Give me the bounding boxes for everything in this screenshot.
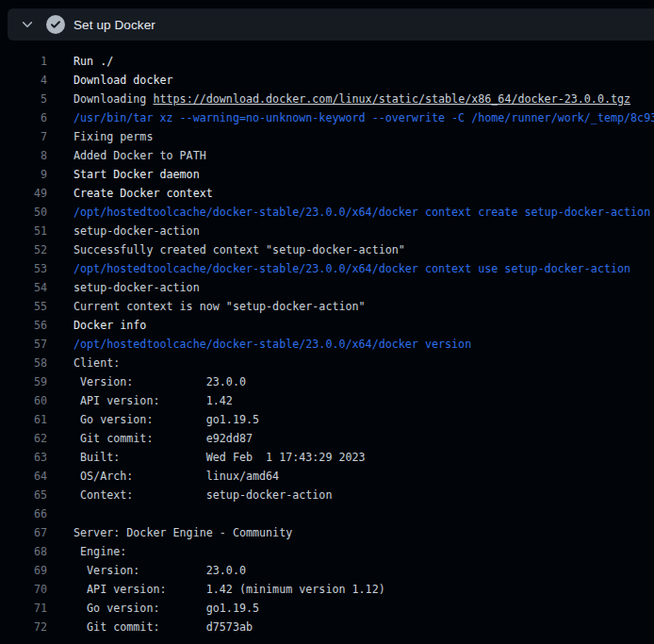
line-number[interactable]: 49 (0, 184, 47, 203)
line-number[interactable]: 6 (0, 108, 47, 127)
log-line: 54setup-docker-action (0, 278, 654, 297)
line-number[interactable]: 5 (0, 90, 47, 108)
line-number[interactable]: 52 (0, 240, 47, 259)
log-group-header[interactable]: 49▼Create Docker context (0, 184, 654, 203)
log-text: OS/Arch: linux/amd64 (74, 467, 654, 486)
log-group-header[interactable]: 4▼Download docker (0, 71, 654, 90)
line-number[interactable]: 54 (0, 278, 47, 297)
log-line: 8Added Docker to PATH (0, 146, 654, 165)
log-line: 51setup-docker-action (0, 222, 654, 240)
log-line: 52Successfully created context "setup-do… (0, 240, 654, 259)
log-line: 69 Version: 23.0.0 (0, 561, 654, 580)
log-line: 68 Engine: (0, 542, 654, 561)
log-line: 7Fixing perms (0, 127, 654, 146)
line-number[interactable]: 50 (0, 203, 47, 222)
line-number[interactable]: 69 (0, 561, 47, 580)
log-text: Context: setup-docker-action (74, 486, 654, 504)
line-number[interactable]: 70 (0, 580, 47, 599)
log-text: Current context is now "setup-docker-act… (74, 297, 654, 316)
command-text: /usr/bin/tar xz --warning=no-unknown-key… (74, 108, 654, 127)
log-line: 60 API version: 1.42 (0, 391, 654, 410)
line-number[interactable]: 7 (0, 127, 47, 146)
log-line: 71 Go version: go1.19.5 (0, 599, 654, 618)
log-line: 61 Go version: go1.19.5 (0, 410, 654, 429)
log-line: 66 (0, 504, 654, 523)
check-circle-icon (46, 15, 65, 34)
log-link[interactable]: https://download.docker.com/linux/static… (153, 92, 630, 106)
log-line: 6/usr/bin/tar xz --warning=no-unknown-ke… (0, 108, 654, 127)
log-text: Successfully created context "setup-dock… (74, 240, 654, 259)
chevron-down-icon[interactable] (16, 13, 39, 36)
log-line: 70 API version: 1.42 (minimum version 1.… (0, 580, 654, 599)
line-number[interactable]: 60 (0, 391, 47, 410)
log-text: Added Docker to PATH (74, 146, 654, 165)
log-text: Go version: go1.19.5 (74, 410, 654, 429)
log-line: 64 OS/Arch: linux/amd64 (0, 467, 654, 486)
log-text: Fixing perms (74, 127, 654, 146)
log-text: Downloading https://download.docker.com/… (74, 90, 654, 108)
command-text: /opt/hostedtoolcache/docker-stable/23.0.… (74, 335, 654, 354)
line-number[interactable]: 66 (0, 504, 47, 523)
line-number[interactable]: 59 (0, 372, 47, 391)
line-number[interactable]: 56 (0, 316, 47, 335)
log-container: 1▶Run ./4▼Download docker5Downloading ht… (0, 52, 654, 636)
log-line: 50/opt/hostedtoolcache/docker-stable/23.… (0, 203, 654, 222)
log-text: API version: 1.42 (74, 391, 654, 410)
step-title: Set up Docker (74, 18, 155, 32)
line-number[interactable]: 1 (0, 52, 47, 71)
log-line: 57/opt/hostedtoolcache/docker-stable/23.… (0, 335, 654, 354)
group-title: Download docker (74, 74, 173, 87)
line-number[interactable]: 71 (0, 599, 47, 618)
group-title: Run ./ (74, 55, 113, 68)
log-text: Built: Wed Feb 1 17:43:29 2023 (74, 448, 654, 467)
line-number[interactable]: 57 (0, 335, 47, 354)
log-text: API version: 1.42 (minimum version 1.12) (74, 580, 654, 599)
log-line: 67Server: Docker Engine - Community (0, 523, 654, 542)
log-line: 5Downloading https://download.docker.com… (0, 90, 654, 108)
line-number[interactable]: 62 (0, 429, 47, 448)
log-line: 55Current context is now "setup-docker-a… (0, 297, 654, 316)
log-text: Version: 23.0.0 (74, 372, 654, 391)
line-number[interactable]: 61 (0, 410, 47, 429)
log-line: 58Client: (0, 354, 654, 372)
line-number[interactable]: 67 (0, 523, 47, 542)
command-text: /opt/hostedtoolcache/docker-stable/23.0.… (74, 203, 654, 222)
log-text: setup-docker-action (74, 222, 654, 240)
log-text: Server: Docker Engine - Community (74, 523, 654, 542)
line-number[interactable]: 4 (0, 71, 47, 90)
group-title: Docker info (74, 319, 146, 332)
step-header[interactable]: Set up Docker (8, 8, 654, 41)
line-number[interactable]: 55 (0, 297, 47, 316)
command-text: /opt/hostedtoolcache/docker-stable/23.0.… (74, 259, 654, 278)
line-number[interactable]: 63 (0, 448, 47, 467)
log-text-prefix: Downloading (74, 92, 153, 106)
group-title: Start Docker daemon (74, 168, 200, 181)
log-line: 53/opt/hostedtoolcache/docker-stable/23.… (0, 259, 654, 278)
log-group-header[interactable]: 56▼Docker info (0, 316, 654, 335)
log-line: 59 Version: 23.0.0 (0, 372, 654, 391)
group-title: Create Docker context (74, 187, 213, 200)
log-text: setup-docker-action (74, 278, 654, 297)
log-line: 63 Built: Wed Feb 1 17:43:29 2023 (0, 448, 654, 467)
line-number[interactable]: 8 (0, 146, 47, 165)
line-number[interactable]: 9 (0, 165, 47, 184)
log-text: Client: (74, 354, 654, 372)
log-text: Go version: go1.19.5 (74, 599, 654, 618)
line-number[interactable]: 72 (0, 618, 47, 636)
log-group-header[interactable]: 9▶Start Docker daemon (0, 165, 654, 184)
line-number[interactable]: 64 (0, 467, 47, 486)
line-number[interactable]: 51 (0, 222, 47, 240)
log-text: Git commit: e92dd87 (74, 429, 654, 448)
log-line: 65 Context: setup-docker-action (0, 486, 654, 504)
log-text: Version: 23.0.0 (74, 561, 654, 580)
log-line: 62 Git commit: e92dd87 (0, 429, 654, 448)
log-text: Git commit: d7573ab (74, 618, 654, 636)
line-number[interactable]: 65 (0, 486, 47, 504)
log-group-header[interactable]: 1▶Run ./ (0, 52, 654, 71)
log-line: 72 Git commit: d7573ab (0, 618, 654, 636)
line-number[interactable]: 68 (0, 542, 47, 561)
line-number[interactable]: 53 (0, 259, 47, 278)
line-number[interactable]: 58 (0, 354, 47, 372)
log-text: Engine: (74, 542, 654, 561)
